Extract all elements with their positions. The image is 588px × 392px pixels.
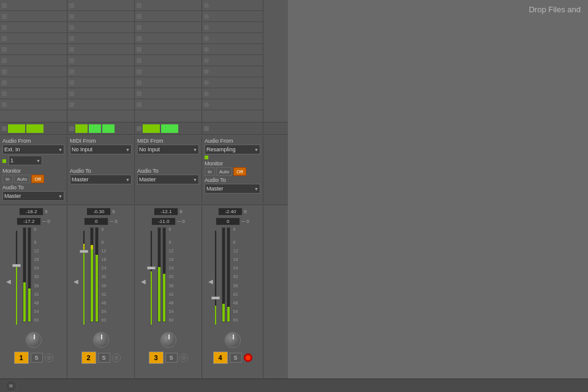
clip-slot[interactable]: [202, 33, 263, 44]
clip-slot[interactable]: [0, 11, 67, 22]
track2-solo-btn[interactable]: S: [98, 353, 110, 363]
track1-monitor-auto-btn[interactable]: Auto: [14, 175, 30, 183]
stop-circle[interactable]: [204, 14, 209, 19]
clip-slot[interactable]: [135, 11, 202, 22]
clip-slot[interactable]: [67, 77, 134, 88]
clip-slot[interactable]: [135, 0, 202, 11]
clip-green-1[interactable]: [143, 124, 160, 133]
track4-number-badge[interactable]: 4: [213, 352, 228, 364]
stop-circle[interactable]: [204, 47, 209, 52]
stop-btn[interactable]: [2, 36, 7, 41]
stop-btn[interactable]: [137, 102, 141, 107]
stop-circle[interactable]: [204, 25, 209, 30]
track4-input-source-dropdown[interactable]: Resampling ▼: [205, 145, 260, 154]
stop-btn[interactable]: [137, 58, 141, 63]
track2-input-source-dropdown[interactable]: No Input ▼: [70, 145, 132, 154]
track1-monitor-in-btn[interactable]: In: [2, 175, 13, 183]
stop-btn[interactable]: [2, 3, 7, 8]
track1-input-source-dropdown[interactable]: Ext. In ▼: [2, 145, 64, 154]
stop-circle[interactable]: [204, 58, 209, 63]
track3-number-badge[interactable]: 3: [149, 352, 164, 364]
clip-slot[interactable]: [67, 99, 134, 110]
clip-slot[interactable]: [0, 0, 67, 11]
stop-btn[interactable]: [137, 25, 141, 30]
track1-record-btn[interactable]: [45, 353, 53, 362]
stop-circle[interactable]: [204, 91, 209, 96]
clip-green-1[interactable]: [75, 124, 88, 133]
clip-slot[interactable]: [202, 11, 263, 22]
clip-slot[interactable]: [202, 22, 263, 33]
track3-vol-knob[interactable]: [160, 332, 176, 348]
clip-slot[interactable]: [202, 44, 263, 55]
stop-btn[interactable]: [69, 102, 74, 107]
track1-output-dropdown[interactable]: Master ▼: [2, 191, 64, 201]
clip-slot[interactable]: [0, 44, 67, 55]
clip-green-2[interactable]: [26, 124, 43, 133]
stop-square-icon[interactable]: [2, 126, 7, 131]
stop-square-icon[interactable]: [69, 126, 74, 131]
clip-slot[interactable]: [67, 22, 134, 33]
stop-btn[interactable]: [69, 3, 74, 8]
stop-circle[interactable]: [204, 80, 209, 85]
clip-slot[interactable]: [202, 66, 263, 77]
clip-slot[interactable]: [67, 44, 134, 55]
clip-green-1[interactable]: [8, 124, 25, 133]
stop-icon[interactable]: [204, 126, 209, 131]
track1-number-badge[interactable]: 1: [14, 352, 29, 364]
clip-slot[interactable]: [0, 33, 67, 44]
track1-fader-thumb[interactable]: [12, 264, 21, 267]
stop-btn[interactable]: [69, 25, 74, 30]
clip-slot[interactable]: [67, 66, 134, 77]
stop-square-icon[interactable]: [137, 126, 141, 131]
track4-record-btn[interactable]: [244, 353, 252, 362]
track4-monitor-auto-btn[interactable]: Auto: [216, 167, 232, 176]
clip-slot[interactable]: [0, 22, 67, 33]
clip-green-2[interactable]: [89, 124, 101, 133]
stop-btn[interactable]: [69, 14, 74, 19]
stop-btn[interactable]: [2, 25, 7, 30]
clip-slot[interactable]: [135, 99, 202, 110]
track4-vol-knob[interactable]: [225, 332, 241, 348]
stop-btn[interactable]: [69, 80, 74, 85]
clip-slot[interactable]: [202, 88, 263, 99]
clip-slot[interactable]: [67, 88, 134, 99]
clip-slot[interactable]: [67, 0, 134, 11]
track1-channel-dropdown[interactable]: 1 ▼: [9, 156, 42, 165]
stop-btn[interactable]: [69, 58, 74, 63]
clip-slot[interactable]: [202, 55, 263, 66]
clip-slot[interactable]: [67, 55, 134, 66]
clip-slot[interactable]: [135, 22, 202, 33]
stop-btn[interactable]: [2, 91, 7, 96]
track1-monitor-off-btn[interactable]: Off: [31, 175, 44, 183]
clip-slot[interactable]: [0, 66, 67, 77]
track2-vol-knob[interactable]: [93, 332, 109, 348]
stop-btn[interactable]: [137, 80, 141, 85]
track3-solo-btn[interactable]: S: [165, 353, 178, 363]
stop-btn[interactable]: [137, 3, 141, 8]
track3-output-dropdown[interactable]: Master ▼: [137, 175, 199, 184]
stop-btn[interactable]: [137, 36, 141, 41]
clip-slot[interactable]: [0, 88, 67, 99]
clip-slot[interactable]: [67, 11, 134, 22]
stop-btn[interactable]: [2, 58, 7, 63]
stop-btn[interactable]: [2, 80, 7, 85]
track2-output-dropdown[interactable]: Master ▼: [70, 175, 132, 184]
track4-solo-btn[interactable]: S: [230, 353, 242, 363]
stop-btn[interactable]: [2, 102, 7, 107]
stop-btn[interactable]: [69, 91, 74, 96]
stop-btn[interactable]: [137, 14, 141, 19]
track3-fader-rail[interactable]: [150, 230, 153, 325]
clip-green-2[interactable]: [161, 124, 178, 133]
stop-btn[interactable]: [2, 47, 7, 52]
clip-slot[interactable]: [0, 55, 67, 66]
track3-record-btn[interactable]: [179, 353, 188, 362]
stop-btn[interactable]: [137, 47, 141, 52]
track2-fader-thumb[interactable]: [80, 250, 88, 253]
clip-slot[interactable]: [135, 44, 202, 55]
track4-monitor-off-btn[interactable]: Off: [233, 167, 246, 176]
stop-btn[interactable]: [137, 91, 141, 96]
clip-slot[interactable]: [135, 77, 202, 88]
stop-circle[interactable]: [204, 3, 209, 8]
stop-btn[interactable]: [2, 69, 7, 74]
clip-slot[interactable]: [135, 66, 202, 77]
